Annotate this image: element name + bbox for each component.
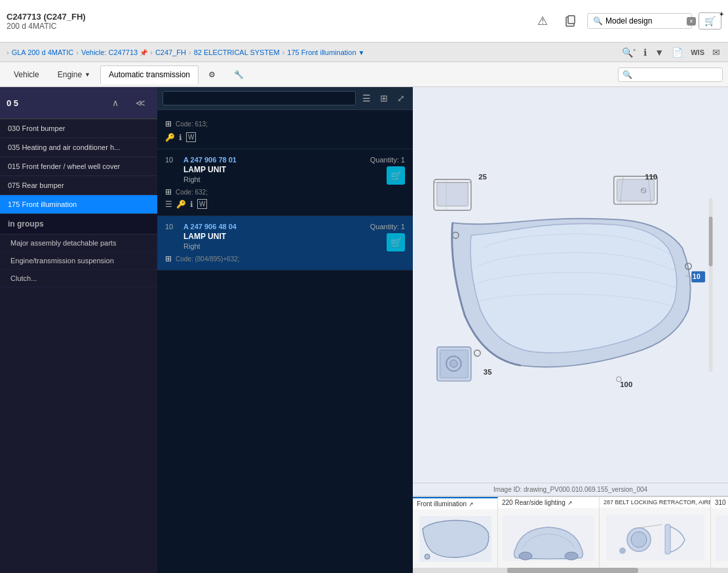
cart-add-btn-0[interactable]: 🛒 <box>387 166 405 185</box>
info-icon: ℹ <box>179 133 182 142</box>
parts-expand-btn[interactable]: ⤢ <box>394 92 408 105</box>
grid-icon-1: ⊞ <box>165 254 172 263</box>
tab-vehicle-label: Vehicle <box>14 70 39 79</box>
part-info-0: A 247 906 78 01 LAMP UNIT Right <box>183 156 370 183</box>
thumb-img-1 <box>498 508 599 568</box>
part-item-prev[interactable]: ⊞ Code: 613; 🔑 ℹ W <box>157 110 413 149</box>
svg-rect-28 <box>665 525 670 554</box>
thumb-svg-1 <box>503 515 594 561</box>
part-side-1: Right <box>183 242 370 250</box>
grid-icon: ⊞ <box>165 119 172 128</box>
image-id-bar: Image ID: drawing_PV000.010.069.155_vers… <box>413 483 728 496</box>
thumb-0[interactable]: Front illumination ↗ <box>413 497 498 568</box>
sidebar-sub-clutch[interactable]: Clutch... <box>0 270 157 287</box>
part-row1: 10 A 247 906 78 01 LAMP UNIT Right Quant… <box>165 156 405 185</box>
sidebar-collapse-btn[interactable]: ∧ <box>105 92 126 113</box>
warning-icon-btn[interactable]: ⚠ <box>532 10 553 31</box>
parts-list-view-btn[interactable]: ☰ <box>360 92 374 105</box>
sidebar-close-btn[interactable]: ≪ <box>130 92 151 113</box>
sidebar-title: 0 5 <box>7 98 18 108</box>
tab-vehicle[interactable]: Vehicle <box>5 65 48 84</box>
parts-list: ☰ ⊞ ⤢ ⊞ Code: 613; 🔑 ℹ W 10 <box>157 87 413 573</box>
copy-icon-btn[interactable] <box>560 10 581 31</box>
cart-plus-icon: + <box>719 10 723 18</box>
mail-btn[interactable]: ✉ <box>711 46 721 59</box>
part-item-0[interactable]: 10 A 247 906 78 01 LAMP UNIT Right Quant… <box>157 149 413 216</box>
breadcrumb-electrical[interactable]: 82 ELECTRICAL SYSTEM <box>194 48 280 56</box>
part-info-1: A 247 906 48 04 LAMP UNIT Right <box>183 223 370 250</box>
model-search-box[interactable]: 🔍 × <box>587 13 692 29</box>
svg-point-27 <box>631 532 647 547</box>
label-10: 10 <box>693 273 700 280</box>
part-row1-1: 10 A 247 906 48 04 LAMP UNIT Right Quant… <box>165 223 405 251</box>
part-name-0: LAMP UNIT <box>183 165 370 174</box>
bottom-scrollbar-thumb[interactable] <box>507 568 638 573</box>
sidebar-sub-major-assembly[interactable]: Major assembly detachable parts <box>0 234 157 252</box>
connector-piece <box>437 347 471 381</box>
svg-point-23 <box>519 552 532 560</box>
zoom-in-btn[interactable]: 🔍+ <box>621 46 638 59</box>
thumb-label-2: 287 BELT LOCKING RETRACTOR, AIRBAG AND S… <box>600 497 710 508</box>
parts-grid-view-btn[interactable]: ⊞ <box>377 92 391 105</box>
sidebar-header-icons: ∧ ≪ <box>105 92 151 113</box>
svg-rect-1 <box>568 16 575 24</box>
label-25: 25 <box>478 173 487 181</box>
bottom-scrollbar[interactable] <box>413 568 728 573</box>
search-clear-badge[interactable]: × <box>687 17 696 26</box>
filter-btn[interactable]: ▼ <box>653 46 665 59</box>
tab-search-box[interactable]: 🔍 <box>618 67 723 82</box>
thumb-img-2 <box>600 508 710 568</box>
grid-icon-0: ⊞ <box>165 187 172 196</box>
scrollbar-thumb <box>709 217 713 267</box>
thumb-1[interactable]: 220 Rear/side lighting ↗ <box>498 497 600 568</box>
tab-tools[interactable]: 🔧 <box>225 65 252 84</box>
list-icon-0: ☰ <box>165 200 172 209</box>
model-search-input[interactable] <box>605 16 684 26</box>
top-bar-info: C247713 (C247_FH) 200 d 4MATIC <box>7 12 86 31</box>
breadcrumb-illumination-dropdown[interactable]: 175 Front illumination ▼ <box>287 48 364 56</box>
top-bar: C247713 (C247_FH) 200 d 4MATIC ⚠ 🔍 × 🛒 + <box>0 0 728 43</box>
tab-transmission[interactable]: Automatic transmission <box>100 65 199 84</box>
part-number-1: 10 <box>165 223 183 231</box>
part-item-1[interactable]: 10 A 247 906 48 04 LAMP UNIT Right Quant… <box>157 216 413 270</box>
thumb-link-icon-1: ↗ <box>567 500 573 506</box>
sidebar-sub-label: Engine/transmission suspension <box>10 257 114 265</box>
sidebar-sub-label: Clutch... <box>10 274 37 282</box>
thumb-3[interactable]: 310 LOUDSPEAKER ↗ <box>711 497 728 568</box>
sidebar-item-illumination[interactable]: 175 Front illumination <box>0 195 157 214</box>
tab-settings-icon: ⚙ <box>208 70 216 79</box>
sidebar-item-rear-bumper[interactable]: 075 Rear bumper <box>0 176 157 195</box>
breadcrumb-c247[interactable]: C247_FH <box>155 48 186 56</box>
thumb-2[interactable]: 287 BELT LOCKING RETRACTOR, AIRBAG AND S… <box>600 497 711 568</box>
sidebar-item-fender[interactable]: 015 Front fender / wheel well cover <box>0 157 157 176</box>
sidebar-item-label: 030 Front bumper <box>8 124 65 132</box>
tab-transmission-label: Automatic transmission <box>109 70 190 79</box>
parts-search-input[interactable] <box>163 91 356 105</box>
sidebar-in-groups-header: in groups <box>0 214 157 234</box>
sidebar-sub-engine-transmission[interactable]: Engine/transmission suspension <box>0 252 157 270</box>
wis-icon: W <box>186 132 196 142</box>
breadcrumb-gla[interactable]: GLA 200 d 4MATIC <box>12 48 74 56</box>
cart-button[interactable]: 🛒 + <box>699 12 721 29</box>
wis-btn[interactable]: WIS <box>689 47 706 58</box>
thumb-svg-2 <box>606 515 704 561</box>
info-btn[interactable]: ℹ <box>642 46 648 59</box>
tab-search-input[interactable] <box>635 71 714 79</box>
doc-btn[interactable]: 📄 <box>670 46 684 59</box>
sidebar-item-heating[interactable]: 035 Heating and air conditioner h... <box>0 138 157 157</box>
sidebar-item-front-bumper[interactable]: 030 Front bumper <box>0 119 157 138</box>
part-prev-icons: 🔑 ℹ W <box>165 132 405 142</box>
cart-add-btn-1[interactable]: 🛒 <box>387 233 405 251</box>
tab-engine-label: Engine <box>58 70 82 79</box>
svg-point-24 <box>565 552 578 560</box>
part-article-0: A 247 906 78 01 <box>183 156 370 164</box>
breadcrumb-vehicle[interactable]: Vehicle: C247713 📌 <box>81 48 147 56</box>
svg-rect-31 <box>716 515 728 561</box>
key-icon: 🔑 <box>165 133 175 142</box>
tab-engine[interactable]: Engine ▼ <box>49 65 99 84</box>
breadcrumb-dropdown-arrow: ▼ <box>358 49 365 56</box>
parts-list-scroll[interactable]: ⊞ Code: 613; 🔑 ℹ W 10 A 247 906 78 01 LA… <box>157 110 413 573</box>
tab-settings[interactable]: ⚙ <box>200 65 224 84</box>
svg-point-21 <box>425 554 430 559</box>
image-main: 25 110 <box>413 87 728 483</box>
